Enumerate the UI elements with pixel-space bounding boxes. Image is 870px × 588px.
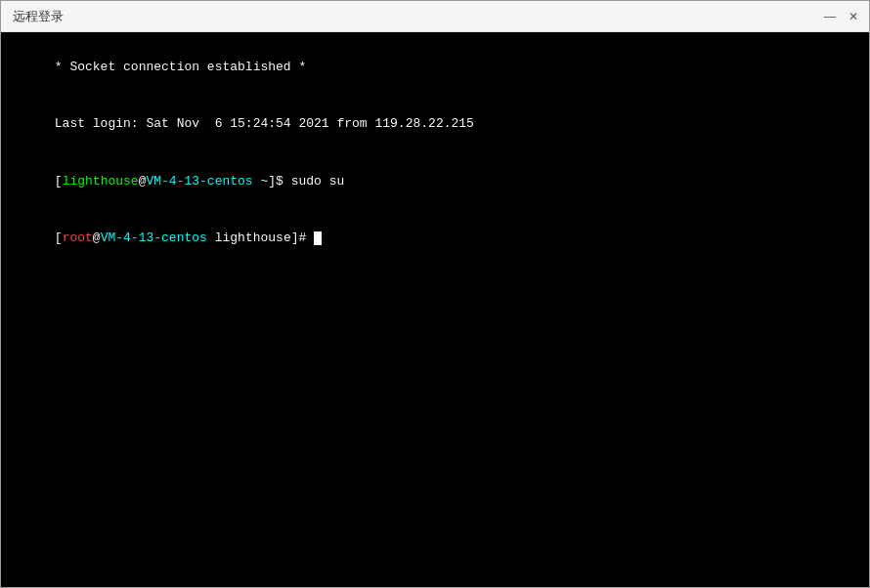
prompt-line-1: [lighthouse@VM-4-13-centos ~]$ sudo su: [9, 152, 861, 210]
cursor: [314, 231, 322, 245]
username: lighthouse: [63, 174, 139, 189]
window-controls: — ✕: [822, 9, 861, 24]
bracket-open-1: [: [55, 174, 63, 189]
window: 远程登录 — ✕ * Socket connection established…: [0, 0, 870, 588]
window-title: 远程登录: [13, 8, 64, 25]
root-user: root: [63, 231, 93, 245]
command-1: sudo su: [291, 174, 345, 189]
at-2: @: [93, 231, 101, 245]
path-2: lighthouse]#: [207, 231, 314, 245]
path-1: ~]$: [253, 174, 291, 189]
last-login-text: Last login: Sat Nov 6 15:24:54 2021 from…: [55, 116, 474, 131]
bracket-open-2: [: [55, 231, 63, 245]
hostname-1: VM-4-13-centos: [146, 174, 252, 189]
socket-text: * Socket connection established *: [55, 60, 306, 74]
close-button[interactable]: ✕: [846, 9, 861, 24]
hostname-2: VM-4-13-centos: [101, 231, 207, 245]
terminal[interactable]: * Socket connection established * Last l…: [1, 32, 869, 587]
socket-line: * Socket connection established *: [9, 38, 861, 96]
last-login-line: Last login: Sat Nov 6 15:24:54 2021 from…: [9, 96, 861, 153]
title-bar: 远程登录 — ✕: [1, 1, 869, 32]
prompt-line-2: [root@VM-4-13-centos lighthouse]#: [9, 210, 861, 268]
minimize-button[interactable]: —: [822, 9, 838, 24]
